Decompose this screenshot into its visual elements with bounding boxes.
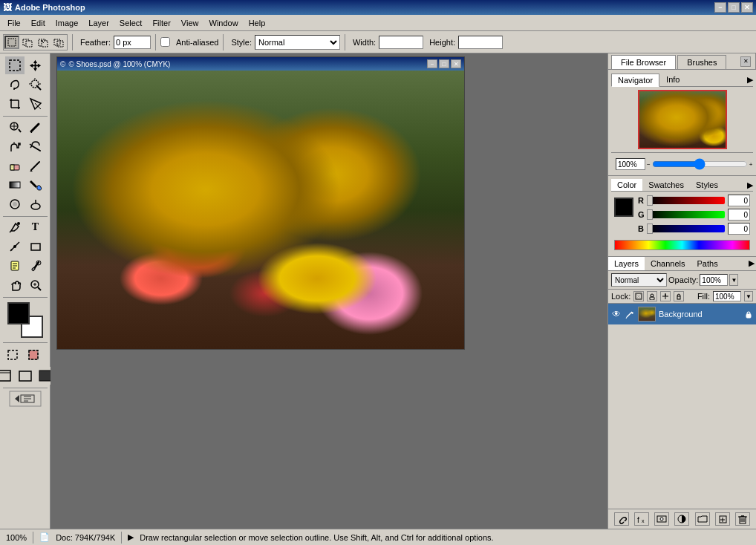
paths-tab[interactable]: Paths xyxy=(691,257,724,270)
layer-mode-select[interactable]: Normal Multiply Screen Overlay xyxy=(611,273,667,287)
fill-arrow-btn[interactable]: ▼ xyxy=(744,291,753,301)
shape-btn[interactable] xyxy=(26,238,45,255)
styles-tab[interactable]: Styles xyxy=(690,179,724,191)
clone-stamp-btn[interactable] xyxy=(5,137,25,155)
layers-menu-btn[interactable]: ▶ xyxy=(747,257,756,270)
opacity-arrow-btn[interactable]: ▼ xyxy=(729,274,738,286)
height-input[interactable] xyxy=(458,36,503,49)
lock-image-btn[interactable] xyxy=(647,291,657,301)
brushes-tab[interactable]: Brushes xyxy=(677,55,726,69)
foreground-color[interactable] xyxy=(7,302,30,324)
add-mask-btn[interactable] xyxy=(654,512,669,526)
r-slider-thumb[interactable] xyxy=(647,195,653,206)
b-slider-thumb[interactable] xyxy=(647,223,653,234)
swatches-tab[interactable]: Swatches xyxy=(642,179,690,191)
info-tab[interactable]: Info xyxy=(659,73,686,86)
fill-input[interactable] xyxy=(713,291,741,301)
anti-aliased-checkbox[interactable] xyxy=(160,37,170,47)
add-style-btn[interactable]: f x xyxy=(634,512,649,526)
blur-btn[interactable] xyxy=(5,195,25,213)
g-slider-track[interactable] xyxy=(650,211,725,218)
notes-btn[interactable] xyxy=(5,257,25,275)
layer-item-background[interactable]: 👁 Background xyxy=(608,304,756,324)
gradient-btn[interactable] xyxy=(5,176,25,194)
color-menu-btn[interactable]: ▶ xyxy=(747,180,753,190)
minimize-button[interactable]: − xyxy=(714,2,726,13)
navigator-tab[interactable]: Navigator xyxy=(611,74,659,87)
width-input[interactable] xyxy=(379,36,423,49)
doc-minimize-btn[interactable]: − xyxy=(427,59,437,68)
new-group-btn[interactable] xyxy=(695,512,710,526)
paint-bucket-btn[interactable] xyxy=(26,176,45,194)
delete-layer-btn[interactable] xyxy=(735,512,750,526)
quick-mask-btn[interactable] xyxy=(26,346,45,364)
pen-btn[interactable] xyxy=(5,218,25,236)
maximize-button[interactable]: □ xyxy=(728,2,740,13)
standard-screen-btn[interactable] xyxy=(0,367,14,385)
layer-edit-btn[interactable] xyxy=(625,309,635,319)
adjustment-layer-btn[interactable] xyxy=(674,512,689,526)
opacity-input[interactable] xyxy=(700,274,728,286)
menu-view[interactable]: View xyxy=(177,17,203,29)
feather-input[interactable] xyxy=(114,36,151,49)
brush-tool-btn[interactable] xyxy=(26,118,45,136)
color-swatch[interactable] xyxy=(614,198,633,217)
marquee-subtract-btn[interactable] xyxy=(36,36,50,49)
menu-edit[interactable]: Edit xyxy=(27,17,50,29)
pencil-btn[interactable] xyxy=(26,157,45,174)
path-select-btn[interactable] xyxy=(5,238,25,255)
b-slider-track[interactable] xyxy=(650,225,725,232)
navigator-zoom-input[interactable] xyxy=(616,158,645,170)
marquee-rect-btn[interactable] xyxy=(4,36,19,49)
marquee-tool-btn[interactable] xyxy=(5,56,25,74)
menu-select[interactable]: Select xyxy=(115,17,147,29)
layer-visibility-btn[interactable]: 👁 xyxy=(611,309,622,319)
zoom-btn[interactable] xyxy=(26,276,45,294)
b-value-input[interactable] xyxy=(728,223,750,235)
doc-close-btn[interactable]: ✕ xyxy=(451,59,461,68)
g-slider-thumb[interactable] xyxy=(647,209,653,220)
lock-all-btn[interactable] xyxy=(674,291,684,301)
move-tool-btn[interactable] xyxy=(26,56,45,74)
color-tab[interactable]: Color xyxy=(611,179,642,191)
lock-transparent-btn[interactable] xyxy=(633,291,644,301)
dodge-btn[interactable] xyxy=(26,195,45,213)
r-slider-track[interactable] xyxy=(650,197,725,204)
style-select[interactable]: Normal Fixed Aspect Ratio Fixed Size xyxy=(255,35,340,50)
navigator-zoom-slider[interactable] xyxy=(652,161,748,167)
marquee-intersect-btn[interactable] xyxy=(51,36,66,49)
menu-help[interactable]: Help xyxy=(244,17,270,29)
slice-tool-btn[interactable] xyxy=(26,95,45,113)
g-value-input[interactable] xyxy=(728,209,750,221)
r-value-input[interactable] xyxy=(728,195,750,206)
doc-restore-btn[interactable]: □ xyxy=(439,59,449,68)
menu-layer[interactable]: Layer xyxy=(84,17,114,29)
lock-position-btn[interactable] xyxy=(660,291,671,301)
eraser-btn[interactable] xyxy=(5,157,25,174)
lasso-tool-btn[interactable] xyxy=(5,76,25,94)
standard-mode-btn[interactable] xyxy=(5,346,25,364)
menu-filter[interactable]: Filter xyxy=(148,17,175,29)
color-spectrum[interactable] xyxy=(614,240,750,250)
imageready-btn[interactable] xyxy=(4,390,46,408)
layers-tab[interactable]: Layers xyxy=(608,257,645,270)
marquee-add-btn[interactable] xyxy=(20,36,35,49)
close-button[interactable]: ✕ xyxy=(741,2,753,13)
history-brush-btn[interactable] xyxy=(26,137,45,155)
hand-btn[interactable] xyxy=(5,276,25,294)
eyedropper-btn[interactable] xyxy=(26,257,45,275)
healing-brush-btn[interactable] xyxy=(5,118,25,136)
link-layers-btn[interactable] xyxy=(614,512,629,526)
new-layer-btn[interactable] xyxy=(715,512,730,526)
channels-tab[interactable]: Channels xyxy=(645,257,691,270)
navigator-menu-btn[interactable]: ▶ xyxy=(747,75,753,85)
panel-close-btn[interactable]: ✕ xyxy=(740,56,751,67)
text-btn[interactable]: T xyxy=(26,218,45,236)
menu-window[interactable]: Window xyxy=(205,17,243,29)
fg-bg-color-swatch[interactable] xyxy=(7,302,43,338)
menu-file[interactable]: File xyxy=(3,17,25,29)
crop-tool-btn[interactable] xyxy=(5,95,25,113)
document-canvas[interactable] xyxy=(57,71,464,349)
full-screen-menu-btn[interactable] xyxy=(16,367,35,385)
magic-wand-btn[interactable] xyxy=(26,76,45,94)
